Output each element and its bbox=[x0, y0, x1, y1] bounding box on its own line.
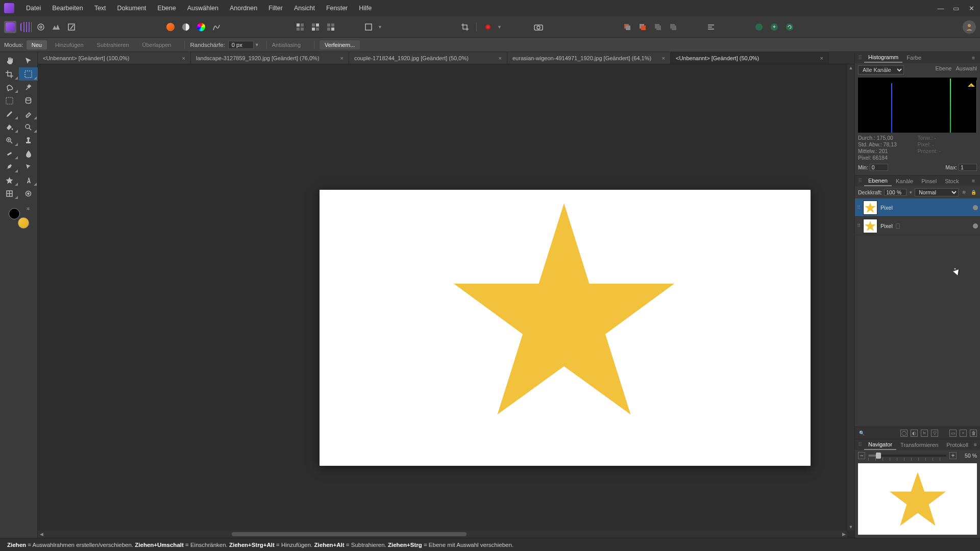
horizontal-scrollbar[interactable]: ◀ ▶ bbox=[38, 531, 847, 538]
blend-mode-select[interactable]: Normal bbox=[915, 188, 959, 196]
persona-photo-icon[interactable] bbox=[4, 21, 16, 33]
mask-layer-icon[interactable]: ◯ bbox=[900, 430, 908, 437]
layer-thumbnail[interactable] bbox=[863, 201, 877, 215]
scrollbar-thumb[interactable] bbox=[232, 532, 467, 536]
channel-select[interactable]: Alle Kanäle bbox=[858, 65, 904, 74]
color-swatches[interactable]: ⤭ bbox=[9, 208, 29, 229]
lock-icon[interactable] bbox=[896, 223, 900, 229]
refine-button[interactable]: Verfeinern... bbox=[320, 40, 360, 49]
close-icon[interactable]: × bbox=[814, 55, 823, 61]
layer-name[interactable]: Pixel bbox=[880, 223, 893, 229]
document-tab[interactable]: <Unbenannt> [Geändert] (100,0%)× bbox=[38, 52, 191, 64]
autolevels-icon[interactable] bbox=[210, 21, 223, 33]
fill-tool[interactable] bbox=[0, 120, 19, 134]
arrange-back-icon[interactable] bbox=[621, 21, 633, 33]
autowhite-icon[interactable] bbox=[195, 21, 207, 33]
antialias-toggle[interactable]: Antialiasing bbox=[272, 40, 306, 49]
scroll-down-icon[interactable]: ▼ bbox=[847, 523, 854, 531]
mode-add-button[interactable]: Hinzufügen bbox=[50, 40, 89, 49]
menu-view[interactable]: Ansicht bbox=[288, 2, 321, 15]
autocolor-icon[interactable] bbox=[164, 21, 177, 33]
document-tab[interactable]: couple-1718244_1920.jpg [Geändert] (50,0… bbox=[349, 52, 507, 64]
zoom-tool[interactable] bbox=[0, 134, 19, 147]
drag-handle-icon[interactable]: ⠿ bbox=[857, 223, 860, 229]
mode-new-button[interactable]: Neu bbox=[27, 40, 47, 49]
panel-menu-icon[interactable]: ≡ bbox=[970, 55, 977, 61]
mode-overlap-button[interactable]: Überlappen bbox=[137, 40, 177, 49]
navigator-preview[interactable] bbox=[858, 463, 977, 535]
close-icon[interactable]: × bbox=[334, 55, 344, 61]
chevron-down-icon[interactable]: ▼ bbox=[497, 24, 502, 30]
maximize-button[interactable]: ▭ bbox=[951, 4, 961, 13]
grid-center-icon[interactable] bbox=[309, 21, 322, 33]
panel-grip-icon[interactable]: ⠿ bbox=[858, 178, 862, 184]
brush-tool[interactable] bbox=[0, 107, 19, 120]
chevron-down-icon[interactable]: ▼ bbox=[909, 190, 913, 195]
sync-refresh-icon[interactable] bbox=[783, 21, 796, 33]
canvas-viewport[interactable]: ▲ ▼ ◀ ▶ bbox=[38, 64, 854, 538]
document-tab[interactable]: eurasian-wigeon-4914971_1920.jpg [Geände… bbox=[507, 52, 671, 64]
menu-file[interactable]: Datei bbox=[20, 2, 46, 15]
zoom-out-button[interactable]: − bbox=[858, 452, 865, 459]
delete-layer-icon[interactable]: 🗑 bbox=[970, 430, 977, 437]
eraser-tool[interactable] bbox=[19, 107, 38, 120]
text-tool[interactable] bbox=[19, 173, 38, 187]
arrange-dim2-icon[interactable] bbox=[667, 21, 679, 33]
mesh-tool[interactable] bbox=[0, 187, 19, 200]
wand-tool[interactable] bbox=[19, 81, 38, 94]
arrange-front-icon[interactable] bbox=[636, 21, 649, 33]
tab-stock[interactable]: Stock bbox=[941, 177, 963, 186]
swap-colors-icon[interactable]: ⤭ bbox=[26, 206, 30, 211]
lasso-tool[interactable] bbox=[0, 81, 19, 94]
fx-layer-icon[interactable]: fx bbox=[921, 430, 928, 437]
menu-help[interactable]: Hilfe bbox=[353, 2, 377, 15]
close-icon[interactable]: × bbox=[493, 55, 502, 61]
layer-thumbnail[interactable] bbox=[863, 219, 877, 233]
sync-green-icon[interactable] bbox=[753, 21, 765, 33]
layer-lock-icon[interactable]: 🔒 bbox=[970, 189, 977, 196]
tab-histogram[interactable]: Histogramm bbox=[864, 53, 902, 63]
vertical-scrollbar[interactable]: ▲ ▼ bbox=[847, 64, 854, 531]
minimize-button[interactable]: — bbox=[936, 4, 945, 13]
heal-tool[interactable] bbox=[0, 147, 19, 160]
visibility-toggle[interactable] bbox=[973, 223, 978, 229]
tab-transform[interactable]: Transformieren bbox=[896, 440, 942, 449]
menu-text[interactable]: Text bbox=[89, 2, 112, 15]
grid-right-icon[interactable] bbox=[325, 21, 337, 33]
crop-tool[interactable] bbox=[0, 67, 19, 81]
menu-document[interactable]: Dokument bbox=[112, 2, 152, 15]
menu-select[interactable]: Auswählen bbox=[182, 2, 224, 15]
layer-name[interactable]: Pixel bbox=[880, 205, 893, 211]
align-icon[interactable] bbox=[705, 21, 717, 33]
tab-history[interactable]: Protokoll bbox=[942, 440, 972, 449]
layer-search-icon[interactable]: 🔍 bbox=[858, 430, 865, 437]
menu-window[interactable]: Fenster bbox=[321, 2, 353, 15]
max-input[interactable] bbox=[959, 164, 977, 171]
assistant-dropdown[interactable] bbox=[362, 21, 375, 33]
tab-color[interactable]: Farbe bbox=[902, 53, 925, 62]
document-tab[interactable]: landscape-3127859_1920.jpg [Geändert] (7… bbox=[191, 52, 349, 64]
grid-left-icon[interactable] bbox=[294, 21, 306, 33]
marquee-tool[interactable] bbox=[19, 67, 38, 81]
crop-icon[interactable] bbox=[459, 21, 471, 33]
layer-fx-icon[interactable]: ✲ bbox=[961, 189, 968, 196]
stamp-tool[interactable] bbox=[19, 134, 38, 147]
chevron-down-icon[interactable]: ▼ bbox=[378, 24, 382, 30]
shape-tool[interactable] bbox=[0, 173, 19, 187]
menu-layer[interactable]: Ebene bbox=[152, 2, 182, 15]
camera-icon[interactable] bbox=[532, 21, 545, 33]
dodge-tool[interactable] bbox=[19, 120, 38, 134]
close-icon[interactable]: × bbox=[656, 55, 665, 61]
selection-brush-tool[interactable] bbox=[0, 94, 19, 107]
zoom-in-button[interactable]: + bbox=[949, 452, 957, 459]
panel-grip-icon[interactable]: ⠿ bbox=[858, 55, 862, 61]
persona-tone-icon[interactable] bbox=[50, 21, 62, 33]
eyedropper-tool[interactable] bbox=[19, 187, 38, 200]
scroll-left-icon[interactable]: ◀ bbox=[38, 531, 45, 538]
autocontrast-icon[interactable] bbox=[180, 21, 192, 33]
hand-tool[interactable] bbox=[0, 54, 19, 67]
menu-edit[interactable]: Bearbeiten bbox=[46, 2, 88, 15]
min-input[interactable] bbox=[870, 164, 888, 171]
account-icon[interactable] bbox=[963, 20, 976, 34]
tab-channels[interactable]: Kanäle bbox=[892, 177, 917, 186]
